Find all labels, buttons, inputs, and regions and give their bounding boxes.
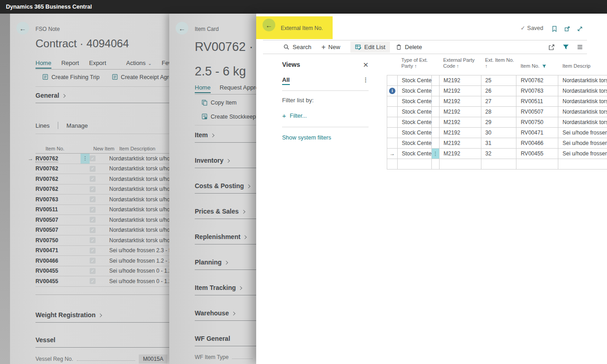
table-row[interactable]: Stock Center M2192 31 RV00466 Sei u/hode… [387, 138, 607, 149]
field-label: WF Item Type [195, 354, 228, 360]
section-prices-sales[interactable]: Prices & Sales [195, 208, 256, 219]
table-row[interactable]: → Stock Center ⋮ M2192 32 RV00455 Sei u/… [387, 149, 607, 159]
field-value[interactable]: M0015A [139, 354, 167, 364]
tab-report[interactable]: Report [61, 60, 79, 66]
table-row[interactable]: RV00763✓Nordøstarktisk torsk u/ho [35, 194, 169, 205]
column-ext-item-no[interactable]: Ext. Item No. ↑ [481, 57, 516, 71]
copy-item-button[interactable]: Copy Item [201, 99, 237, 106]
new-item-checkbox[interactable]: ✓ [90, 176, 96, 182]
column-item-description[interactable]: Item Description [119, 146, 169, 151]
table-row[interactable]: Stock Center M2192 30 RV00471 Sei u/hode… [387, 128, 607, 138]
table-row[interactable]: → RV00762 ⋮ ✓ Nordøstarktisk torsk u/ho [35, 154, 169, 164]
table-row[interactable]: Stock Center M2192 29 RV00750 Nordøstark… [387, 117, 607, 128]
new-item-checkbox[interactable]: ✓ [90, 227, 96, 233]
section-general[interactable]: General [35, 92, 169, 103]
new-item-checkbox[interactable]: ✓ [90, 155, 96, 161]
tab-fewer-options[interactable]: Fewer op [162, 60, 169, 66]
table-row[interactable]: Stock Center M2192 25 RV00762 Nordøstark… [387, 75, 607, 86]
table-row[interactable]: RV00762✓Nordøstarktisk torsk u/ho [35, 184, 169, 195]
table-row[interactable]: Stock Center M2192 27 RV00511 Nordøstark… [387, 96, 607, 107]
top-app-bar: Dynamics 365 Business Central [0, 0, 607, 14]
expand-icon[interactable] [576, 25, 584, 33]
section-item[interactable]: Item [195, 131, 256, 143]
column-item-no[interactable]: Item No. [46, 146, 93, 151]
table-row[interactable]: RV00455✓Sei u/hode frossen 0 - 1.2 [35, 276, 169, 287]
table-row[interactable]: RV00762✓Nordøstarktisk torsk u/ho [35, 174, 169, 184]
bookmark-icon[interactable] [550, 25, 558, 33]
section-warehouse[interactable]: Warehouse [195, 309, 256, 321]
table-row[interactable]: RV00466✓Sei u/hode frossen 1.2 - 2 [35, 256, 169, 266]
back-arrow-button[interactable]: ← [176, 22, 188, 35]
tab-export[interactable]: Export [89, 60, 106, 66]
column-item-description[interactable]: Item Descrip [558, 63, 607, 71]
section-item-tracking[interactable]: Item Tracking [195, 284, 256, 295]
table-row[interactable]: i Stock Center M2192 26 RV00763 Nordøsta… [387, 86, 607, 96]
table-row[interactable]: RV00507✓Nordøstarktisk torsk u/ho [35, 225, 169, 236]
search-button[interactable]: Search [283, 44, 311, 50]
section-planning[interactable]: Planning [195, 259, 256, 270]
open-in-window-icon[interactable] [563, 25, 571, 33]
info-icon[interactable]: i [389, 88, 395, 94]
table-row[interactable]: RV00511✓Nordøstarktisk torsk u/ho [35, 205, 169, 215]
section-weight-registration[interactable]: Weight Registration [35, 311, 169, 323]
new-item-checkbox[interactable]: ✓ [90, 268, 96, 274]
view-options-ellipsis[interactable]: ⋮ [363, 76, 369, 85]
section-wf-general[interactable]: WF General [195, 335, 256, 346]
column-item-no[interactable]: Item No. [516, 63, 558, 71]
tab-request-approval[interactable]: Request Approva [220, 84, 256, 91]
view-all[interactable]: All [282, 76, 290, 85]
show-system-filters-link[interactable]: Show system filters [282, 135, 369, 141]
section-vessel[interactable]: Vessel [35, 336, 169, 348]
add-filter-button[interactable]: + Filter... [282, 112, 369, 120]
back-arrow-button[interactable]: ← [16, 22, 29, 35]
new-item-checkbox[interactable]: ✓ [90, 207, 96, 213]
list-view-icon[interactable] [577, 44, 583, 50]
table-row[interactable]: RV00750✓Nordøstarktisk torsk u/ho [35, 235, 169, 246]
filter-list-by-label: Filter list by: [282, 97, 369, 104]
tab-actions[interactable]: Actions⌄ [126, 60, 152, 66]
table-row[interactable]: RV00507✓Nordøstarktisk torsk u/ho [35, 215, 169, 225]
new-item-checkbox[interactable]: ✓ [90, 258, 96, 264]
column-type-of-ext-party[interactable]: Type of Ext. Party ↑ [397, 57, 431, 71]
table-row[interactable]: RV00455✓Sei u/hode frossen 0 - 1.2 [35, 266, 169, 277]
row-ellipsis-menu[interactable]: ⋮ [432, 149, 439, 159]
wf-item-type-field[interactable]: WF Item Type [195, 354, 256, 360]
edit-list-button[interactable]: Edit List [350, 41, 390, 53]
external-item-no-dialog: ← External Item No. ✓ Saved Search + New… [256, 14, 607, 364]
vessel-reg-no-field[interactable]: Vessel Reg No. M0015A [35, 354, 167, 364]
page-title: Contract · 4094064 [35, 37, 129, 50]
create-stockkeeping-unit-button[interactable]: Create Stockkeeping U [201, 113, 256, 120]
section-replenishment[interactable]: Replenishment [195, 233, 256, 244]
table-row[interactable]: Stock Center M2192 28 RV00507 Nordøstark… [387, 107, 607, 117]
delete-button[interactable]: Delete [395, 44, 422, 50]
sort-asc-icon: ↑ [456, 63, 459, 69]
row-ellipsis-menu[interactable]: ⋮ [81, 154, 90, 164]
new-item-checkbox[interactable]: ✓ [90, 217, 96, 223]
copy-icon [201, 99, 208, 106]
new-item-checkbox[interactable]: ✓ [90, 248, 96, 254]
new-item-checkbox[interactable]: ✓ [90, 186, 96, 192]
tab-home[interactable]: Home [195, 84, 211, 93]
back-arrow-button[interactable]: ← [263, 19, 275, 31]
new-item-checkbox[interactable]: ✓ [90, 166, 96, 172]
table-row[interactable]: RV00762✓Nordøstarktisk torsk u/ho [35, 164, 169, 175]
new-item-checkbox[interactable]: ✓ [90, 196, 96, 202]
share-icon[interactable] [548, 44, 555, 51]
tab-manage[interactable]: Manage [66, 122, 88, 129]
selected-row-arrow-icon: → [389, 150, 395, 157]
section-costs-posting[interactable]: Costs & Posting [195, 182, 256, 194]
table-row-empty[interactable] [387, 159, 607, 170]
section-inventory[interactable]: Inventory [195, 157, 256, 168]
tab-lines[interactable]: Lines [35, 122, 50, 129]
column-external-party-code[interactable]: External Party Code ↑ [439, 57, 481, 71]
column-new-item[interactable]: New Item [93, 146, 119, 151]
create-receipt-agreement-button[interactable]: Create Receipt Agreement [111, 74, 169, 80]
close-icon[interactable]: ✕ [363, 61, 369, 69]
tab-home[interactable]: Home [35, 60, 51, 69]
new-item-checkbox[interactable]: ✓ [90, 278, 96, 284]
table-row[interactable]: RV00471✓Sei u/hode frossen 2.3 - 5 [35, 246, 169, 256]
new-item-checkbox[interactable]: ✓ [90, 237, 96, 243]
create-fishing-trip-button[interactable]: Create Fishing Trip [42, 74, 100, 80]
filter-icon[interactable] [562, 44, 569, 50]
new-button[interactable]: + New [321, 43, 340, 51]
